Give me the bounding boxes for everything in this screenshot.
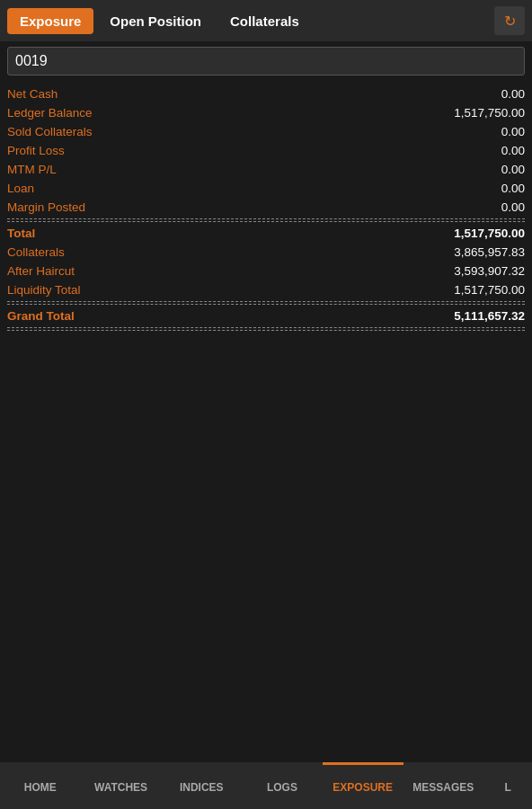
row-sold-collaterals: Sold Collaterals 0.00 [7, 122, 525, 141]
label-loan: Loan [7, 182, 34, 195]
bottom-nav: HOME WATCHES INDICES LOGS EXPOSURE MESSA… [0, 762, 532, 809]
value-margin-posted: 0.00 [501, 200, 525, 214]
row-loan: Loan 0.00 [7, 179, 525, 198]
row-after-haircut: After Haircut 3,593,907.32 [7, 262, 525, 280]
label-sold-collaterals: Sold Collaterals [7, 125, 93, 138]
label-net-cash: Net Cash [7, 87, 58, 101]
row-liquidity-total: Liquidity Total 1,517,750.00 [7, 280, 525, 299]
value-collaterals: 3,865,957.83 [454, 245, 525, 259]
top-nav: Exposure Open Position Collaterals ↻ [0, 0, 532, 41]
divider-grand-top [7, 301, 525, 305]
tab-exposure[interactable]: Exposure [7, 8, 93, 34]
label-liquidity-total: Liquidity Total [7, 283, 81, 297]
label-ledger-balance: Ledger Balance [7, 106, 93, 120]
bottom-tab-watches[interactable]: WATCHES [81, 762, 162, 809]
bottom-tab-exposure[interactable]: EXPOSURE [323, 762, 403, 809]
row-grand-total: Grand Total 5,111,657.32 [7, 307, 525, 325]
search-bar [0, 41, 532, 81]
label-grand-total: Grand Total [7, 309, 75, 323]
bottom-tab-home[interactable]: HOME [0, 762, 81, 809]
row-collaterals: Collaterals 3,865,957.83 [7, 243, 525, 262]
row-mtm-pl: MTM P/L 0.00 [7, 160, 525, 179]
tab-collaterals[interactable]: Collaterals [217, 8, 312, 34]
label-profit-loss: Profit Loss [7, 144, 65, 157]
data-table: Net Cash 0.00 Ledger Balance 1,517,750.0… [0, 81, 532, 336]
value-total: 1,517,750.00 [454, 227, 525, 240]
row-net-cash: Net Cash 0.00 [7, 84, 525, 103]
value-loan: 0.00 [501, 182, 525, 195]
label-mtm-pl: MTM P/L [7, 163, 57, 176]
row-profit-loss: Profit Loss 0.00 [7, 141, 525, 160]
label-margin-posted: Margin Posted [7, 200, 85, 214]
bottom-tab-more[interactable]: L [483, 762, 532, 809]
divider-grand-bottom [7, 327, 525, 331]
row-margin-posted: Margin Posted 0.00 [7, 198, 525, 217]
value-liquidity-total: 1,517,750.00 [454, 283, 525, 297]
bottom-tab-logs[interactable]: LOGS [242, 762, 323, 809]
value-profit-loss: 0.00 [501, 144, 525, 157]
account-search-input[interactable] [7, 47, 525, 76]
value-ledger-balance: 1,517,750.00 [454, 106, 525, 120]
label-collaterals: Collaterals [7, 245, 65, 259]
value-sold-collaterals: 0.00 [501, 125, 525, 138]
value-net-cash: 0.00 [501, 87, 525, 101]
label-total: Total [7, 227, 35, 240]
label-after-haircut: After Haircut [7, 264, 75, 278]
refresh-button[interactable]: ↻ [494, 6, 525, 35]
bottom-tab-indices[interactable]: INDICES [161, 762, 242, 809]
tab-open-position[interactable]: Open Position [97, 8, 214, 34]
value-mtm-pl: 0.00 [501, 163, 525, 176]
value-grand-total: 5,111,657.32 [454, 309, 525, 323]
bottom-tab-messages[interactable]: MESSAGES [403, 762, 484, 809]
row-ledger-balance: Ledger Balance 1,517,750.00 [7, 103, 525, 122]
row-total: Total 1,517,750.00 [7, 224, 525, 243]
value-after-haircut: 3,593,907.32 [454, 264, 525, 278]
divider-total-top [7, 218, 525, 222]
